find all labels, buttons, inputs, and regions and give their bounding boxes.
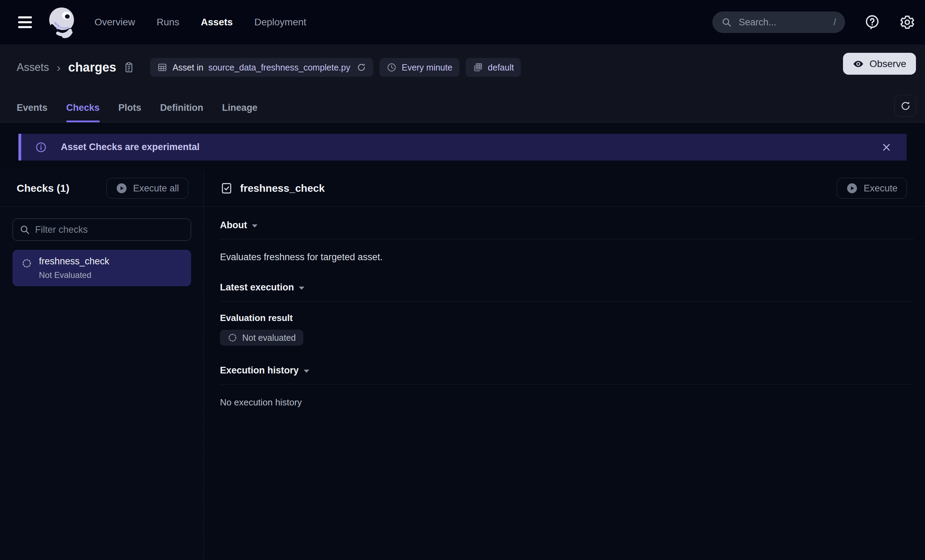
check-description: Evaluates freshness for targeted asset. — [220, 252, 914, 263]
top-nav: Overview Runs Assets Deployment Search..… — [0, 0, 925, 44]
page-title: charges — [68, 60, 116, 75]
copy-icon[interactable] — [123, 62, 135, 73]
table-icon — [157, 62, 167, 72]
asset-header: Assets › charges Asset in source_data_fr… — [0, 44, 925, 123]
evaluation-status-text: Not evaluated — [242, 333, 296, 343]
search-icon — [722, 17, 732, 27]
asset-in-label: Asset in — [172, 63, 203, 72]
asset-definition-tag: Asset in source_data_freshness_complete.… — [150, 58, 373, 77]
check-detail-title: freshness_check — [240, 182, 325, 194]
divider — [220, 384, 914, 385]
nav-item-deployment[interactable]: Deployment — [255, 17, 306, 28]
check-list-item[interactable]: freshness_check Not Evaluated — [12, 250, 191, 286]
help-icon[interactable] — [864, 14, 881, 30]
execute-all-button[interactable]: Execute all — [106, 178, 188, 199]
filter-checks-input[interactable] — [12, 218, 191, 241]
divider — [220, 239, 914, 239]
tab-plots[interactable]: Plots — [119, 102, 142, 122]
refresh-button[interactable] — [895, 95, 916, 117]
asset-tabs: Events Checks Plots Definition Lineage — [17, 102, 925, 122]
search-input[interactable]: Search... / — [713, 12, 845, 33]
checkbox-icon — [220, 182, 233, 195]
check-detail-panel: freshness_check Execute About Evaluates … — [204, 170, 925, 560]
nav-item-runs[interactable]: Runs — [157, 17, 179, 28]
execute-button[interactable]: Execute — [837, 178, 907, 199]
close-icon[interactable] — [881, 142, 891, 152]
checks-list-panel: Checks (1) Execute all freshness_check N… — [0, 170, 204, 560]
execute-all-label: Execute all — [133, 183, 179, 194]
chevron-down-icon — [252, 224, 258, 227]
primary-nav: Overview Runs Assets Deployment — [95, 17, 306, 28]
execution-history-label: Execution history — [220, 365, 299, 376]
asset-source-file-link[interactable]: source_data_freshness_complete.py — [208, 63, 350, 72]
about-label: About — [220, 220, 247, 231]
check-item-name: freshness_check — [39, 256, 110, 267]
about-section-header[interactable]: About — [220, 220, 258, 231]
breadcrumb-assets-link[interactable]: Assets — [17, 61, 49, 74]
tab-events[interactable]: Events — [17, 102, 48, 122]
refresh-icon — [900, 100, 911, 111]
search-placeholder: Search... — [739, 17, 826, 28]
play-circle-icon — [116, 182, 128, 194]
checks-panel-title: Checks (1) — [17, 182, 69, 194]
observe-button[interactable]: Observe — [843, 53, 916, 75]
eye-icon — [853, 58, 864, 69]
evaluation-status-badge: Not evaluated — [220, 330, 303, 346]
tab-definition[interactable]: Definition — [160, 102, 203, 122]
dashed-circle-icon — [21, 258, 32, 280]
dagster-logo[interactable] — [47, 6, 78, 38]
tab-lineage[interactable]: Lineage — [222, 102, 258, 122]
observe-label: Observe — [869, 58, 906, 69]
check-item-status: Not Evaluated — [39, 270, 110, 280]
nav-item-assets[interactable]: Assets — [201, 17, 233, 28]
divider — [220, 301, 914, 301]
chevron-down-icon — [304, 370, 309, 373]
experimental-banner: Asset Checks are experimental — [18, 134, 907, 161]
breadcrumb: Assets › charges Asset in source_data_fr… — [17, 55, 925, 80]
freshness-policy-label: Every minute — [402, 63, 452, 72]
latest-execution-section-header[interactable]: Latest execution — [220, 282, 304, 293]
reload-icon[interactable] — [357, 63, 366, 72]
evaluation-result-label: Evaluation result — [220, 313, 914, 324]
dashed-circle-icon — [227, 333, 237, 343]
menu-icon[interactable] — [18, 14, 40, 30]
execution-history-section-header[interactable]: Execution history — [220, 365, 309, 376]
chevron-down-icon — [299, 287, 304, 290]
partition-icon — [473, 62, 483, 72]
breadcrumb-separator: › — [57, 61, 60, 74]
search-shortcut: / — [833, 17, 836, 28]
partition-label: default — [488, 63, 514, 72]
asset-tags: Asset in source_data_freshness_complete.… — [150, 58, 521, 77]
partition-tag: default — [466, 58, 521, 77]
gear-icon[interactable] — [899, 14, 915, 30]
nav-item-overview[interactable]: Overview — [95, 17, 135, 28]
clock-icon — [386, 62, 397, 72]
info-icon — [35, 142, 47, 153]
execute-label: Execute — [863, 183, 898, 194]
freshness-policy-tag: Every minute — [380, 58, 459, 77]
tab-checks[interactable]: Checks — [66, 102, 100, 122]
play-circle-icon — [846, 182, 858, 194]
latest-execution-label: Latest execution — [220, 282, 294, 293]
execution-history-empty: No execution history — [220, 397, 914, 408]
banner-text: Asset Checks are experimental — [61, 142, 199, 152]
